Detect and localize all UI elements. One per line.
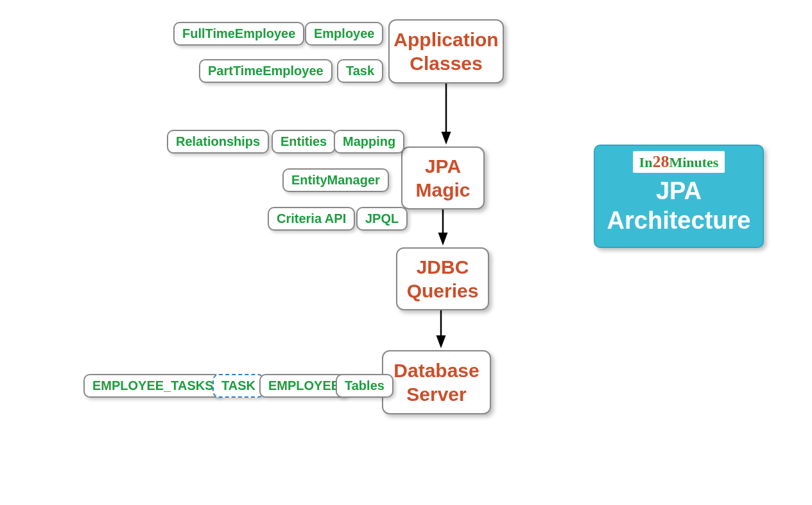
- task-label: Task: [346, 64, 374, 78]
- database-server-label: Database Server: [392, 359, 481, 407]
- employee-label: Employee: [314, 26, 374, 40]
- title-text: JPA Architecture: [607, 177, 751, 235]
- brand-number: 28: [652, 152, 669, 171]
- tables-node: Tables: [336, 374, 393, 398]
- parttime-employee-node: PartTimeEmployee: [199, 59, 333, 83]
- relationships-node: Relationships: [167, 130, 269, 154]
- fulltime-employee-node: FullTimeEmployee: [173, 22, 304, 46]
- arrow-jpamagic-to-jdbc: [436, 209, 449, 247]
- mapping-node: Mapping: [334, 130, 404, 154]
- employee-node: Employee: [305, 22, 383, 46]
- entitymanager-label: EntityManager: [291, 173, 380, 187]
- criteria-api-label: Criteria API: [277, 211, 346, 226]
- tables-label: Tables: [345, 378, 384, 393]
- mapping-label: Mapping: [343, 134, 395, 148]
- employee-table-label: EMPLOYEE: [268, 378, 340, 393]
- parttime-employee-label: PartTimeEmployee: [208, 64, 324, 78]
- brand-suffix: Minutes: [669, 154, 718, 170]
- fulltime-employee-label: FullTimeEmployee: [182, 26, 295, 40]
- brand-badge: In28Minutes: [633, 151, 725, 173]
- arrow-jdbc-to-database: [435, 310, 447, 350]
- jpql-node: JPQL: [356, 207, 408, 231]
- application-classes-label: Application Classes: [393, 28, 498, 76]
- jpa-magic-node: JPA Magic: [401, 146, 485, 209]
- entities-node: Entities: [272, 130, 336, 154]
- employee-tasks-table-label: EMPLOYEE_TASKS: [92, 378, 214, 393]
- task-node: Task: [337, 59, 383, 83]
- application-classes-node: Application Classes: [388, 19, 504, 84]
- brand-prefix: In: [639, 154, 653, 170]
- title-box: In28Minutes JPA Architecture: [594, 145, 764, 248]
- entitymanager-node: EntityManager: [282, 168, 389, 192]
- jpa-magic-label: JPA Magic: [411, 154, 474, 202]
- jdbc-queries-label: JDBC Queries: [406, 255, 479, 303]
- employee-tasks-table-node: EMPLOYEE_TASKS: [83, 374, 223, 398]
- task-table-label: TASK: [221, 378, 255, 393]
- database-server-node: Database Server: [382, 350, 491, 414]
- task-table-node[interactable]: TASK: [212, 374, 264, 398]
- criteria-api-node: Criteria API: [268, 207, 355, 231]
- arrow-appclasses-to-jpamagic: [440, 84, 453, 146]
- entities-label: Entities: [281, 134, 327, 148]
- jpql-label: JPQL: [365, 211, 399, 226]
- jdbc-queries-node: JDBC Queries: [396, 247, 489, 310]
- relationships-label: Relationships: [176, 134, 260, 148]
